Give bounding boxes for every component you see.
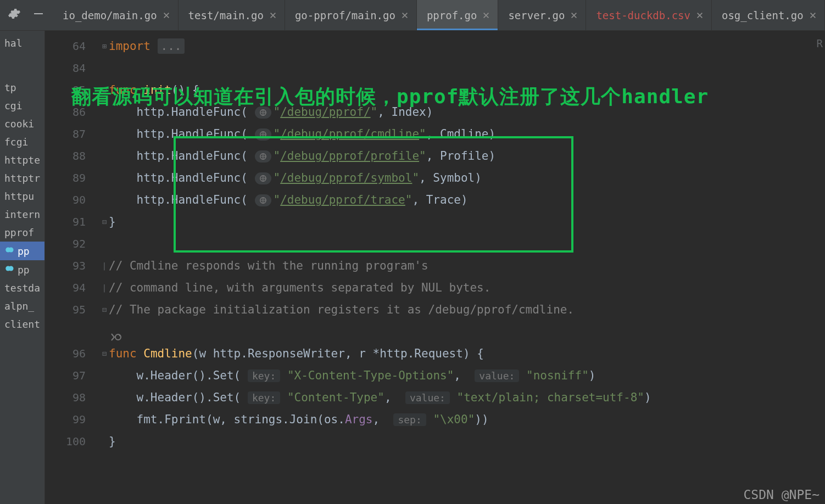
close-icon[interactable] [696,9,704,21]
annotation-overlay: 翻看源码可以知道在引入包的时候，pprof默认注册了这几个handler [71,83,709,110]
sidebar-item[interactable]: httpte [0,151,44,169]
code-line[interactable] [109,321,825,343]
editor-tab[interactable]: go-pprof/main.go [285,0,417,30]
tab-label: io_demo/main.go [63,9,157,21]
code-line[interactable]: } [109,430,825,452]
editor-tab[interactable]: server.go [498,0,586,30]
sidebar-item[interactable]: alpn_ [0,297,44,315]
editor-tab[interactable]: osg_client.go [712,0,825,30]
tab-label: test/main.go [188,9,264,21]
sidebar-item-label: tp [4,82,16,93]
url-inlay-icon[interactable] [255,172,271,184]
sidebar-item-label: httpte [4,154,40,166]
tab-bar: io_demo/main.gotest/main.gogo-pprof/main… [0,0,825,31]
sidebar-item[interactable] [0,72,44,79]
code-author-icon[interactable] [109,327,123,337]
sidebar-item[interactable]: cooki [0,115,44,133]
sidebar-item[interactable] [0,59,44,65]
url-inlay-icon[interactable] [255,194,271,206]
sidebar-item[interactable]: testda [0,279,44,297]
code-line[interactable]: fmt.Fprint(w, strings.Join(os.Args, sep:… [109,408,825,430]
sidebar-item[interactable]: client [0,315,44,333]
gear-icon[interactable] [8,7,21,23]
code-line[interactable]: // Cmdline responds with the running pro… [109,255,825,277]
close-icon[interactable] [401,9,409,21]
sidebar-item-label: pp [18,264,30,276]
code-line[interactable]: } [109,211,825,233]
sidebar-item[interactable] [0,65,44,72]
editor-tab[interactable]: test-duckdb.csv [586,0,712,30]
code-line[interactable] [109,233,825,255]
code-line[interactable] [109,57,825,79]
sidebar-item-label: httptr [4,172,40,184]
sidebar-item[interactable]: cgi [0,97,44,115]
url-inlay-icon[interactable] [255,150,271,163]
sidebar-item-label: fcgi [4,136,28,148]
sidebar-item-label: httpu [4,191,34,202]
svg-point-2 [9,248,14,253]
tab-label: osg_client.go [722,9,804,21]
close-icon[interactable] [809,9,817,21]
sidebar-item-label: client [4,318,40,330]
editor-tab[interactable]: test/main.go [179,0,285,30]
sidebar-item[interactable]: pp [0,242,44,260]
editor-tab[interactable]: pprof.go [417,0,499,30]
code-line[interactable]: http.HandleFunc( "/debug/pprof/cmdline",… [109,123,825,145]
editor-tab[interactable]: io_demo/main.go [53,0,179,30]
sidebar-item-label: cooki [4,118,34,130]
sidebar-item[interactable] [0,52,44,59]
go-file-icon [4,264,14,276]
code-line[interactable]: http.HandleFunc( "/debug/pprof/symbol", … [109,167,825,189]
url-inlay-icon[interactable] [255,128,271,141]
sidebar-item[interactable]: fcgi [0,133,44,151]
go-file-icon [4,245,14,257]
close-icon[interactable] [570,9,578,21]
sidebar-item[interactable]: pp [0,260,44,279]
code-line[interactable]: http.HandleFunc( "/debug/pprof/profile",… [109,145,825,167]
minimize-icon[interactable] [32,7,45,23]
sidebar-item[interactable]: intern [0,205,44,223]
sidebar-item[interactable]: hal [0,34,44,52]
close-icon[interactable] [482,9,490,21]
close-icon[interactable] [269,9,277,21]
sidebar-item-label: hal [4,37,23,49]
sidebar-item[interactable]: tp [0,79,44,97]
sidebar-item-label: testda [4,282,40,294]
svg-rect-0 [34,13,43,14]
code-line[interactable]: http.HandleFunc( "/debug/pprof/trace", T… [109,189,825,211]
code-line[interactable]: import ... [109,35,825,57]
tab-label: pprof.go [427,9,477,21]
code-line[interactable]: // command line, with arguments separate… [109,277,825,299]
sidebar-item-label: alpn_ [4,300,34,312]
sidebar-item-label: intern [4,209,40,220]
sidebar-item[interactable]: httptr [0,169,44,187]
tab-label: go-pprof/main.go [295,9,395,21]
tab-label: test-duckdb.csv [596,9,690,21]
tab-label: server.go [508,9,565,21]
code-line[interactable]: // The package initialization registers … [109,299,825,321]
toolbar-icons [0,7,53,23]
code-line[interactable]: w.Header().Set( key: "X-Content-Type-Opt… [109,365,825,387]
sidebar-item[interactable]: httpu [0,187,44,205]
sidebar-item[interactable]: pprof [0,223,44,242]
sidebar-item-label: pprof [4,227,34,238]
code-editor[interactable]: 翻看源码可以知道在引入包的时候，pprof默认注册了这几个handler R C… [45,31,825,504]
project-sidebar: haltpcgicookifcgihttptehttptrhttpuintern… [0,31,45,504]
close-icon[interactable] [163,9,170,21]
sidebar-item-label: pp [18,245,30,257]
svg-point-4 [9,266,14,271]
code-line[interactable]: w.Header().Set( key: "Content-Type", val… [109,387,825,408]
sidebar-item-label: cgi [4,100,23,111]
editor-tabs: io_demo/main.gotest/main.gogo-pprof/main… [53,0,825,30]
code-line[interactable]: func Cmdline(w http.ResponseWriter, r *h… [109,343,825,365]
